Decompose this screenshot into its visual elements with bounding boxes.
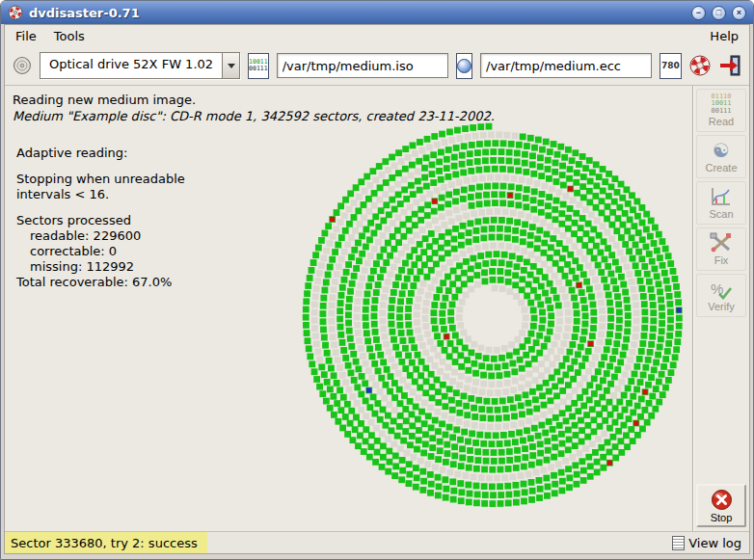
total-recoverable: Total recoverable: 67.0% (16, 275, 185, 290)
missing-count: missing: 112992 (16, 259, 185, 275)
verify-label: Verify (708, 301, 735, 312)
stop-icon (711, 489, 733, 511)
readable-count: readable: 229600 (16, 228, 185, 244)
drive-icon (13, 53, 32, 78)
reading-info-panel: Adaptive reading: Stopping when unreadab… (16, 146, 185, 290)
scan-icon (710, 186, 733, 207)
ecc-path-input[interactable] (480, 53, 652, 78)
app-window: dvdisaster-0.71 − □ × File Tools Help Op… (0, 0, 754, 560)
window-frame: File Tools Help Optical drive 52X FW 1.0… (4, 24, 750, 554)
content-area: Reading new medium image. Medium "Exampl… (5, 86, 692, 531)
status-heading: Reading new medium image. (13, 93, 683, 107)
read-label: Read (709, 116, 734, 127)
adaptive-reading-label: Adaptive reading: (16, 146, 185, 161)
create-label: Create (705, 162, 737, 173)
toolbar: Optical drive 52X FW 1.02 10011 00111 78… (5, 46, 749, 86)
help-lifesaver-icon[interactable] (688, 54, 712, 77)
correctable-count: correctable: 0 (16, 244, 185, 259)
window-title: dvdisaster-0.71 (29, 6, 686, 20)
chevron-down-icon[interactable] (222, 53, 239, 78)
menu-help[interactable]: Help (701, 27, 747, 45)
menubar: File Tools Help (5, 25, 749, 46)
view-log-button[interactable]: View log (664, 536, 749, 550)
drive-select[interactable]: Optical drive 52X FW 1.02 (40, 52, 240, 79)
menu-file[interactable]: File (7, 27, 45, 45)
stopping-line2: intervals < 16. (16, 187, 185, 202)
scan-button[interactable]: Scan (696, 181, 746, 225)
create-button[interactable]: ☯ Create (696, 135, 746, 178)
verify-button[interactable]: % Verify (696, 274, 746, 317)
minimize-button[interactable]: − (691, 6, 706, 20)
action-sidebar: 01110 10011 00111 Read ☯ Create (692, 86, 749, 531)
menu-tools[interactable]: Tools (45, 27, 94, 45)
verify-icon: % (710, 279, 733, 300)
toolbar-right-icons: 780 (660, 53, 741, 79)
read-button[interactable]: 01110 10011 00111 Read (696, 89, 746, 132)
drive-select-value: Optical drive 52X FW 1.02 (40, 53, 222, 78)
create-icon: ☯ (713, 140, 730, 161)
main-area: Reading new medium image. Medium "Exampl… (5, 86, 749, 531)
stop-label: Stop (711, 512, 733, 523)
status-message: Sector 333680, try 2: success (5, 532, 207, 553)
stopping-line1: Stopping when unreadable (16, 172, 185, 187)
ecc-file-icon (456, 53, 472, 79)
log-icon (672, 536, 685, 550)
view-log-label: View log (688, 536, 741, 550)
quit-button[interactable] (718, 54, 741, 77)
fix-icon (710, 232, 733, 253)
image-file-icon: 10011 00111 (248, 53, 269, 79)
scan-label: Scan (709, 208, 733, 220)
stop-button[interactable]: Stop (696, 484, 746, 527)
sectors-processed-label: Sectors processed (16, 213, 185, 228)
checksum-icon[interactable]: 780 (660, 53, 682, 79)
app-icon (8, 5, 23, 20)
image-icon-digits-2: 00111 (249, 66, 268, 72)
fix-button[interactable]: Fix (696, 227, 746, 271)
statusbar: Sector 333680, try 2: success View log (5, 531, 749, 553)
close-button[interactable]: × (732, 6, 746, 20)
disc-spiral (296, 119, 692, 516)
fix-label: Fix (714, 254, 729, 266)
maximize-button[interactable]: □ (712, 6, 726, 20)
titlebar[interactable]: dvdisaster-0.71 − □ × (1, 1, 753, 24)
read-icon: 01110 10011 00111 (711, 93, 731, 116)
iso-path-input[interactable] (277, 53, 448, 78)
